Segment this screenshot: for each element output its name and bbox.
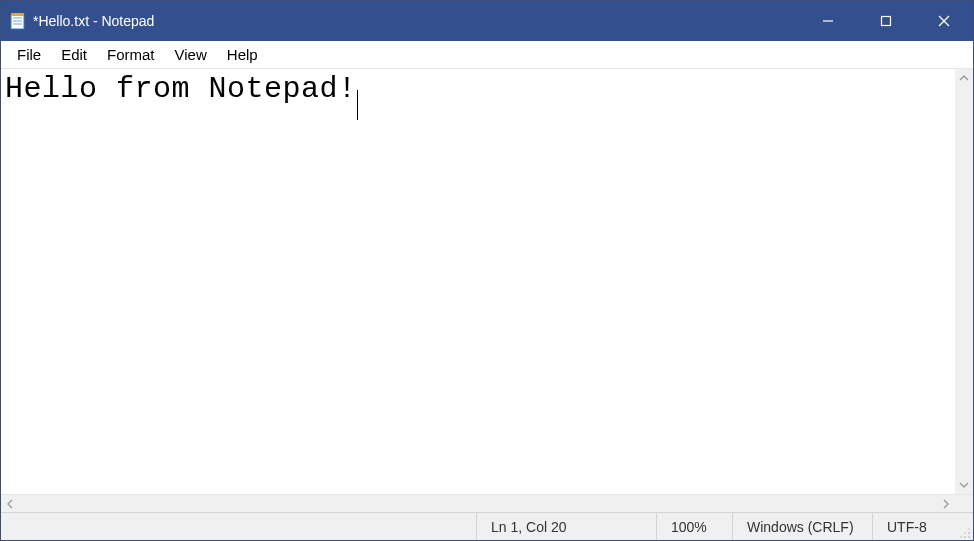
text-editor[interactable]: Hello from Notepad! <box>1 69 973 494</box>
window-title: *Hello.txt - Notepad <box>33 13 154 29</box>
svg-rect-6 <box>882 17 891 26</box>
svg-point-10 <box>968 532 970 534</box>
svg-point-11 <box>964 536 966 538</box>
editor-area: Hello from Notepad! <box>1 69 973 512</box>
status-encoding-label: UTF-8 <box>887 519 927 535</box>
status-zoom: 100% <box>657 513 733 540</box>
menu-help[interactable]: Help <box>217 43 268 66</box>
svg-point-14 <box>960 536 962 538</box>
menu-format[interactable]: Format <box>97 43 165 66</box>
svg-point-13 <box>964 532 966 534</box>
minimize-button[interactable] <box>799 1 857 41</box>
horizontal-scrollbar[interactable] <box>1 494 973 512</box>
statusbar: Ln 1, Col 20 100% Windows (CRLF) UTF-8 <box>1 512 973 540</box>
notepad-window: *Hello.txt - Notepad File Edit Format Vi… <box>0 0 974 541</box>
svg-rect-1 <box>11 13 24 16</box>
menu-view[interactable]: View <box>165 43 217 66</box>
text-caret <box>357 90 359 120</box>
text-content: Hello from Notepad! <box>5 72 357 106</box>
svg-point-12 <box>968 528 970 530</box>
svg-point-9 <box>968 536 970 538</box>
status-spacer <box>1 513 477 540</box>
vertical-scrollbar[interactable] <box>955 69 973 494</box>
status-encoding: UTF-8 <box>873 513 973 540</box>
status-cursor-position: Ln 1, Col 20 <box>477 513 657 540</box>
scroll-left-icon[interactable] <box>1 495 19 513</box>
menubar: File Edit Format View Help <box>1 41 973 69</box>
menu-file[interactable]: File <box>7 43 51 66</box>
svg-rect-0 <box>11 15 24 29</box>
notepad-icon <box>9 12 27 30</box>
window-controls <box>799 1 973 41</box>
status-line-ending: Windows (CRLF) <box>733 513 873 540</box>
scroll-up-icon[interactable] <box>955 69 973 87</box>
titlebar[interactable]: *Hello.txt - Notepad <box>1 1 973 41</box>
maximize-button[interactable] <box>857 1 915 41</box>
resize-grip-icon[interactable] <box>959 526 971 538</box>
scroll-right-icon[interactable] <box>937 495 955 513</box>
menu-edit[interactable]: Edit <box>51 43 97 66</box>
close-button[interactable] <box>915 1 973 41</box>
scroll-down-icon[interactable] <box>955 476 973 494</box>
